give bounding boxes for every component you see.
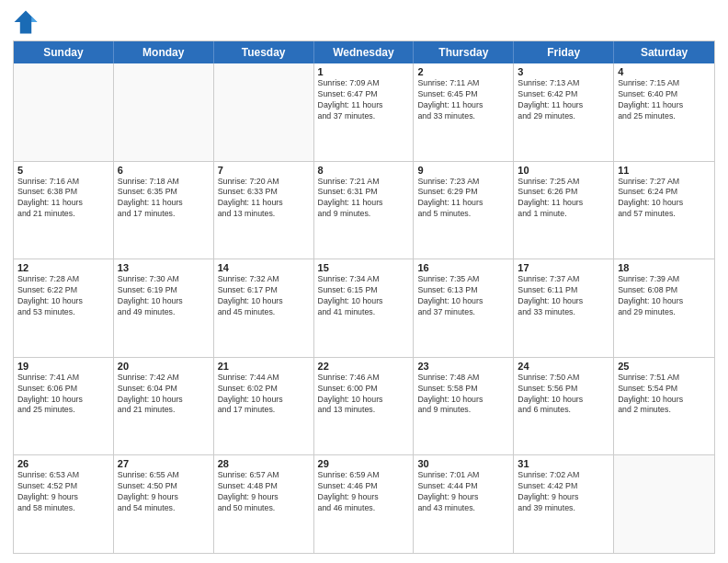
day-info: Sunrise: 7:25 AM Sunset: 6:26 PM Dayligh… [518, 177, 609, 221]
day-info: Sunrise: 7:02 AM Sunset: 4:42 PM Dayligh… [518, 470, 609, 514]
empty-cell-0-0 [14, 63, 114, 161]
calendar-row-0: 1Sunrise: 7:09 AM Sunset: 6:47 PM Daylig… [14, 63, 714, 161]
day-cell-15: 15Sunrise: 7:34 AM Sunset: 6:15 PM Dayli… [314, 259, 415, 357]
calendar-row-1: 5Sunrise: 7:16 AM Sunset: 6:38 PM Daylig… [14, 161, 714, 259]
day-info: Sunrise: 7:44 AM Sunset: 6:02 PM Dayligh… [218, 373, 310, 417]
day-info: Sunrise: 7:32 AM Sunset: 6:17 PM Dayligh… [218, 274, 310, 318]
day-number: 24 [518, 361, 609, 372]
header-day-wednesday: Wednesday [314, 41, 415, 63]
day-number: 10 [518, 165, 609, 176]
day-cell-24: 24Sunrise: 7:50 AM Sunset: 5:56 PM Dayli… [514, 358, 614, 455]
day-cell-10: 10Sunrise: 7:25 AM Sunset: 6:26 PM Dayli… [514, 162, 614, 259]
day-info: Sunrise: 7:50 AM Sunset: 5:56 PM Dayligh… [518, 373, 609, 417]
day-info: Sunrise: 7:21 AM Sunset: 6:31 PM Dayligh… [318, 177, 410, 221]
day-cell-6: 6Sunrise: 7:18 AM Sunset: 6:35 PM Daylig… [114, 162, 214, 259]
day-cell-13: 13Sunrise: 7:30 AM Sunset: 6:19 PM Dayli… [114, 259, 214, 357]
day-number: 19 [17, 361, 109, 372]
page: SundayMondayTuesdayWednesdayThursdayFrid… [0, 0, 728, 563]
day-number: 17 [518, 262, 609, 273]
day-info: Sunrise: 7:27 AM Sunset: 6:24 PM Dayligh… [618, 177, 711, 221]
calendar-body: 1Sunrise: 7:09 AM Sunset: 6:47 PM Daylig… [14, 63, 714, 553]
day-number: 11 [618, 165, 711, 176]
day-number: 21 [218, 361, 310, 372]
calendar: SundayMondayTuesdayWednesdayThursdayFrid… [13, 40, 715, 554]
day-cell-3: 3Sunrise: 7:13 AM Sunset: 6:42 PM Daylig… [514, 63, 614, 161]
header-day-friday: Friday [514, 41, 614, 63]
day-number: 2 [417, 66, 509, 77]
calendar-row-4: 26Sunrise: 6:53 AM Sunset: 4:52 PM Dayli… [14, 454, 714, 553]
day-info: Sunrise: 7:09 AM Sunset: 6:47 PM Dayligh… [318, 78, 410, 122]
day-number: 27 [118, 458, 210, 469]
calendar-row-2: 12Sunrise: 7:28 AM Sunset: 6:22 PM Dayli… [14, 259, 714, 357]
day-cell-22: 22Sunrise: 7:46 AM Sunset: 6:00 PM Dayli… [314, 358, 415, 455]
day-info: Sunrise: 7:30 AM Sunset: 6:19 PM Dayligh… [118, 274, 210, 318]
day-cell-20: 20Sunrise: 7:42 AM Sunset: 6:04 PM Dayli… [114, 358, 214, 455]
day-cell-19: 19Sunrise: 7:41 AM Sunset: 6:06 PM Dayli… [14, 358, 114, 455]
day-info: Sunrise: 7:46 AM Sunset: 6:00 PM Dayligh… [318, 373, 410, 417]
day-cell-7: 7Sunrise: 7:20 AM Sunset: 6:33 PM Daylig… [214, 162, 314, 259]
day-number: 12 [17, 262, 109, 273]
day-number: 15 [318, 262, 410, 273]
day-number: 4 [618, 66, 711, 77]
header-day-saturday: Saturday [614, 41, 714, 63]
day-info: Sunrise: 7:11 AM Sunset: 6:45 PM Dayligh… [417, 78, 509, 122]
day-cell-14: 14Sunrise: 7:32 AM Sunset: 6:17 PM Dayli… [214, 259, 314, 357]
day-cell-11: 11Sunrise: 7:27 AM Sunset: 6:24 PM Dayli… [614, 162, 714, 259]
empty-cell-4-6 [614, 455, 714, 553]
day-cell-30: 30Sunrise: 7:01 AM Sunset: 4:44 PM Dayli… [414, 455, 514, 553]
day-info: Sunrise: 7:34 AM Sunset: 6:15 PM Dayligh… [318, 274, 410, 318]
day-cell-2: 2Sunrise: 7:11 AM Sunset: 6:45 PM Daylig… [414, 63, 514, 161]
day-cell-25: 25Sunrise: 7:51 AM Sunset: 5:54 PM Dayli… [614, 358, 714, 455]
day-number: 23 [417, 361, 509, 372]
day-cell-12: 12Sunrise: 7:28 AM Sunset: 6:22 PM Dayli… [14, 259, 114, 357]
day-info: Sunrise: 7:48 AM Sunset: 5:58 PM Dayligh… [417, 373, 509, 417]
day-info: Sunrise: 7:23 AM Sunset: 6:29 PM Dayligh… [417, 177, 509, 221]
day-info: Sunrise: 6:59 AM Sunset: 4:46 PM Dayligh… [318, 470, 410, 514]
day-number: 18 [618, 262, 711, 273]
header [13, 9, 715, 35]
header-day-sunday: Sunday [14, 41, 114, 63]
day-number: 30 [417, 458, 509, 469]
day-info: Sunrise: 6:53 AM Sunset: 4:52 PM Dayligh… [17, 470, 109, 514]
day-info: Sunrise: 7:01 AM Sunset: 4:44 PM Dayligh… [417, 470, 509, 514]
header-day-monday: Monday [114, 41, 214, 63]
day-number: 28 [218, 458, 310, 469]
day-cell-29: 29Sunrise: 6:59 AM Sunset: 4:46 PM Dayli… [314, 455, 415, 553]
day-info: Sunrise: 7:20 AM Sunset: 6:33 PM Dayligh… [218, 177, 310, 221]
day-info: Sunrise: 7:16 AM Sunset: 6:38 PM Dayligh… [17, 177, 109, 221]
day-number: 7 [218, 165, 310, 176]
day-cell-31: 31Sunrise: 7:02 AM Sunset: 4:42 PM Dayli… [514, 455, 614, 553]
day-cell-16: 16Sunrise: 7:35 AM Sunset: 6:13 PM Dayli… [414, 259, 514, 357]
day-cell-17: 17Sunrise: 7:37 AM Sunset: 6:11 PM Dayli… [514, 259, 614, 357]
day-info: Sunrise: 7:28 AM Sunset: 6:22 PM Dayligh… [17, 274, 109, 318]
calendar-row-3: 19Sunrise: 7:41 AM Sunset: 6:06 PM Dayli… [14, 357, 714, 455]
day-cell-4: 4Sunrise: 7:15 AM Sunset: 6:40 PM Daylig… [614, 63, 714, 161]
day-number: 14 [218, 262, 310, 273]
header-day-tuesday: Tuesday [214, 41, 314, 63]
day-info: Sunrise: 7:39 AM Sunset: 6:08 PM Dayligh… [618, 274, 711, 318]
day-info: Sunrise: 7:42 AM Sunset: 6:04 PM Dayligh… [118, 373, 210, 417]
day-cell-23: 23Sunrise: 7:48 AM Sunset: 5:58 PM Dayli… [414, 358, 514, 455]
day-cell-1: 1Sunrise: 7:09 AM Sunset: 6:47 PM Daylig… [314, 63, 415, 161]
day-cell-8: 8Sunrise: 7:21 AM Sunset: 6:31 PM Daylig… [314, 162, 415, 259]
day-number: 5 [17, 165, 109, 176]
day-number: 13 [118, 262, 210, 273]
day-number: 1 [318, 66, 410, 77]
header-day-thursday: Thursday [414, 41, 514, 63]
day-cell-9: 9Sunrise: 7:23 AM Sunset: 6:29 PM Daylig… [414, 162, 514, 259]
day-number: 8 [318, 165, 410, 176]
day-number: 29 [318, 458, 410, 469]
day-number: 22 [318, 361, 410, 372]
day-cell-5: 5Sunrise: 7:16 AM Sunset: 6:38 PM Daylig… [14, 162, 114, 259]
day-number: 6 [118, 165, 210, 176]
day-cell-18: 18Sunrise: 7:39 AM Sunset: 6:08 PM Dayli… [614, 259, 714, 357]
day-number: 20 [118, 361, 210, 372]
day-number: 9 [417, 165, 509, 176]
logo-icon [13, 9, 39, 35]
svg-marker-1 [31, 17, 37, 22]
day-info: Sunrise: 7:35 AM Sunset: 6:13 PM Dayligh… [417, 274, 509, 318]
day-cell-28: 28Sunrise: 6:57 AM Sunset: 4:48 PM Dayli… [214, 455, 314, 553]
day-info: Sunrise: 6:57 AM Sunset: 4:48 PM Dayligh… [218, 470, 310, 514]
day-info: Sunrise: 7:51 AM Sunset: 5:54 PM Dayligh… [618, 373, 711, 417]
empty-cell-0-1 [114, 63, 214, 161]
